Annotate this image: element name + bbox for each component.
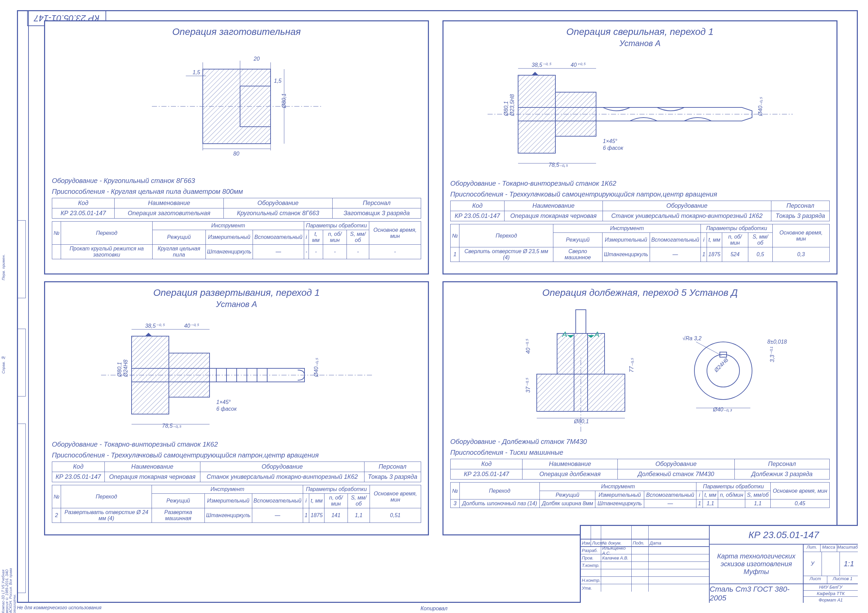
- drawing-ream: 38,5⁻⁰·⁵ 40⁻⁰·⁵ Ø80,1 Ø24H8 Ø40₋₀,₅ 1×45…: [52, 313, 421, 438]
- svg-text:√Ra 3,2: √Ra 3,2: [682, 336, 702, 341]
- equipment: Оборудование - Токарно-винторезный стано…: [450, 179, 830, 188]
- drawing-slot: АА 40⁻⁰·⁵ 37⁻⁰·⁵ 77₋₀,₅ Ø80,1 √Ra 3,2 8±…: [450, 300, 830, 435]
- svg-rect-2: [203, 69, 271, 144]
- op-title: Операция заготовительная: [52, 26, 421, 37]
- tb-code: КР 23.05.01-147: [710, 526, 858, 545]
- side-box: [17, 424, 26, 593]
- svg-text:1×45°: 1×45°: [603, 138, 617, 144]
- svg-text:1,5: 1,5: [192, 70, 200, 75]
- svg-text:3,3⁻⁰·¹: 3,3⁻⁰·¹: [769, 347, 775, 362]
- svg-text:Ø40₋₀,₃: Ø40₋₀,₃: [713, 407, 732, 412]
- svg-text:Ø40₋₀,₅: Ø40₋₀,₅: [313, 358, 319, 377]
- svg-text:37⁻⁰·⁵: 37⁻⁰·⁵: [525, 378, 531, 393]
- fixture: Приспособления - Трехкулачковый самоцент…: [52, 451, 421, 460]
- side-box: [17, 329, 26, 396]
- tb-signatures: Изм.Лист № докум.Подп.Дата Разраб.Ильяще…: [581, 526, 710, 603]
- table-step: №ПереходИнструментПараметры обработкиОсн…: [450, 482, 830, 508]
- op-title: Операция развертывания, переход 1: [52, 287, 421, 298]
- svg-text:Ø80,1: Ø80,1: [281, 93, 287, 108]
- panel-op-drill: Операция сверильная, переход 1 Установ А…: [442, 20, 837, 274]
- svg-text:78,5₋₀,₅: 78,5₋₀,₅: [549, 162, 568, 168]
- svg-text:40⁻⁰·⁵: 40⁻⁰·⁵: [184, 323, 199, 329]
- svg-text:Ø23,5H8: Ø23,5H8: [509, 94, 515, 116]
- op-subtitle: Установ А: [52, 300, 421, 309]
- table-header: КодНаименованиеОборудованиеПерсонал КР 2…: [450, 459, 830, 480]
- svg-rect-36: [132, 336, 169, 414]
- svg-text:8±0,018: 8±0,018: [767, 339, 787, 345]
- drawing-sheet: КР 23.05.01-147 Перв. примен. Справ. № К…: [0, 0, 868, 613]
- drawing-blank: 1,5 20 1,5 80 Ø80,1: [52, 39, 421, 174]
- svg-text:Ø24H8: Ø24H8: [123, 359, 129, 377]
- title-block: Изм.Лист № докум.Подп.Дата Разраб.Ильяще…: [580, 525, 858, 603]
- op-subtitle: Установ А: [450, 39, 830, 48]
- kopir-text: Копировал: [420, 605, 448, 611]
- table-header: КодНаименованиеОборудованиеПерсонал КР 2…: [52, 461, 421, 482]
- footer-text: Не для коммерческого использования: [17, 605, 101, 610]
- svg-text:Ø40₋₀,₅: Ø40₋₀,₅: [758, 97, 763, 116]
- equipment: Оборудование - Токарно-винторезный стано…: [52, 440, 421, 449]
- svg-rect-62: [557, 333, 604, 374]
- svg-marker-48: [145, 333, 152, 336]
- fixture: Приспособления - Тиски машинные: [450, 448, 830, 457]
- panel-op-slot: Операция долбежная, переход 5 Установ Д …: [442, 281, 837, 536]
- fixture: Приспособления - Трехкулачковый самоцент…: [450, 190, 830, 198]
- svg-text:А: А: [561, 330, 567, 339]
- side-box: [17, 220, 26, 298]
- svg-text:Ø80,1: Ø80,1: [574, 418, 589, 424]
- tb-name: Карта технологических эскизов изготовлен…: [710, 545, 804, 584]
- side-label-c: Компас-3D LT V5 Учебная версия © 1989-20…: [2, 559, 16, 613]
- svg-text:1,5: 1,5: [274, 78, 281, 84]
- equipment: Оборудование - Кругопильный станок 8Г663: [52, 176, 421, 185]
- svg-text:40⁻⁰·⁵: 40⁻⁰·⁵: [525, 339, 531, 354]
- svg-text:40⁺⁰·⁵: 40⁺⁰·⁵: [570, 62, 586, 68]
- svg-text:1×45°: 1×45°: [216, 399, 231, 405]
- svg-rect-19: [518, 75, 555, 153]
- op-title: Операция долбежная, переход 5 Установ Д: [450, 287, 830, 298]
- svg-rect-65: [576, 310, 586, 333]
- equipment: Оборудование - Долбежный станок 7М430: [450, 437, 830, 446]
- svg-text:20: 20: [253, 56, 260, 62]
- svg-text:Ø80,1: Ø80,1: [503, 101, 509, 116]
- table-step: №ПереходИнструментПараметры обработкиОсн…: [52, 221, 421, 259]
- tb-material: Сталь Ст3 ГОСТ 380-2005: [710, 584, 804, 603]
- fixture: Приспособления - Круглая цельная пила ди…: [52, 187, 421, 196]
- drawing-drill: 38,5⁻⁰·⁵ 40⁺⁰·⁵ Ø80,1 Ø23,5H8 Ø40₋₀,₅ 1×…: [450, 51, 830, 177]
- svg-point-73: [694, 342, 752, 399]
- svg-text:Ø80,1: Ø80,1: [117, 362, 122, 377]
- table-step: №ПереходИнструментПараметры обработкиОсн…: [52, 485, 421, 523]
- svg-text:6 фасок: 6 фасок: [603, 145, 624, 151]
- panel-op-ream: Операция развертывания, переход 1 Устано…: [44, 281, 429, 536]
- svg-rect-21: [555, 92, 596, 136]
- svg-rect-38: [169, 353, 209, 397]
- panel-op-blank: Операция заготовительная 1,5 20 1,5 80 Ø…: [44, 20, 429, 274]
- side-label-b: Справ. №: [2, 356, 5, 374]
- svg-text:Ø24H8: Ø24H8: [713, 357, 729, 373]
- side-label-a: Перв. примен.: [2, 254, 5, 280]
- svg-marker-24: [532, 72, 538, 75]
- svg-text:80: 80: [233, 151, 239, 156]
- table-step: №ПереходИнструментПараметры обработкиОсн…: [450, 224, 830, 262]
- table-header: КодНаименованиеОборудованиеПерсонал КР 2…: [450, 201, 830, 221]
- table-header: КодНаименованиеОборудованиеПерсонал КР 2…: [52, 198, 421, 218]
- svg-text:38,5⁻⁰·⁵: 38,5⁻⁰·⁵: [145, 323, 165, 329]
- svg-text:77₋₀,₅: 77₋₀,₅: [629, 358, 634, 372]
- op-title: Операция сверильная, переход 1: [450, 26, 830, 37]
- svg-text:А: А: [594, 330, 600, 339]
- svg-text:6 фасок: 6 фасок: [216, 406, 237, 412]
- svg-text:38,5⁻⁰·⁵: 38,5⁻⁰·⁵: [532, 62, 552, 68]
- svg-rect-60: [537, 374, 625, 412]
- svg-text:78,5₋₀,₅: 78,5₋₀,₅: [162, 423, 181, 429]
